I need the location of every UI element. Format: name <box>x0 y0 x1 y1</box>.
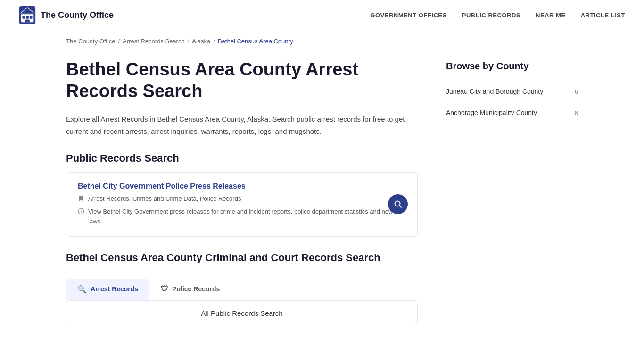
record-desc: View Bethel City Government press releas… <box>78 207 406 227</box>
tab-arrest-records[interactable]: 🔍 Arrest Records <box>66 279 149 300</box>
breadcrumb-alaska[interactable]: Alaska <box>192 38 210 45</box>
county-name-anchorage[interactable]: Anchorage Municipality County <box>446 109 537 116</box>
county-name-juneau[interactable]: Juneau City and Borough County <box>446 88 543 95</box>
logo-link[interactable]: The County Office <box>19 6 114 25</box>
svg-rect-5 <box>25 19 30 22</box>
svg-rect-4 <box>30 16 33 18</box>
tab-police-records-label: Police Records <box>172 285 220 293</box>
svg-rect-3 <box>26 16 29 18</box>
page-title: Bethel Census Area County Arrest Records… <box>66 59 418 102</box>
list-item[interactable]: Juneau City and Borough County 6 <box>446 81 578 102</box>
logo-icon <box>19 6 36 25</box>
list-item[interactable]: Anchorage Municipality County 6 <box>446 102 578 123</box>
breadcrumb-sep-1: / <box>118 38 120 45</box>
record-desc-text: View Bethel City Government press releas… <box>88 207 406 227</box>
bookmark-icon <box>78 196 84 202</box>
criminal-records-heading: Bethel Census Area County Criminal and C… <box>66 252 418 264</box>
search-icon <box>394 200 402 208</box>
county-count-juneau: 6 <box>575 88 578 95</box>
header: The County Office GOVERNMENT OFFICES PUB… <box>0 0 644 31</box>
breadcrumb-sep-3: / <box>213 38 215 45</box>
logo-text: The County Office <box>41 10 114 20</box>
record-meta-text: Arrest Records, Crimes and Crime Data, P… <box>88 195 241 202</box>
county-list: Juneau City and Borough County 6 Anchora… <box>446 81 578 123</box>
all-public-records-button[interactable]: All Public Records Search <box>66 300 418 326</box>
sidebar: Browse by County Juneau City and Borough… <box>446 51 578 326</box>
breadcrumb-sep-2: / <box>188 38 190 45</box>
breadcrumb: The County Office / Arrest Records Searc… <box>0 31 644 51</box>
county-count-anchorage: 6 <box>575 109 578 116</box>
nav-near-me[interactable]: NEAR ME <box>536 12 566 19</box>
nav-government-offices[interactable]: GOVERNMENT OFFICES <box>370 12 446 19</box>
record-card-title[interactable]: Bethel City Government Police Press Rele… <box>78 182 406 190</box>
main-layout: Bethel Census Area County Arrest Records… <box>0 51 644 326</box>
tab-police-records[interactable]: 🛡 Police Records <box>149 279 231 300</box>
sidebar-title: Browse by County <box>446 61 578 72</box>
svg-rect-2 <box>23 16 25 18</box>
public-records-heading: Public Records Search <box>66 152 418 165</box>
main-content: Bethel Census Area County Arrest Records… <box>66 51 418 326</box>
police-records-icon: 🛡 <box>161 285 168 293</box>
tabs-section: 🔍 Arrest Records 🛡 Police Records All Pu… <box>66 279 418 326</box>
search-button[interactable] <box>388 194 408 214</box>
page-description: Explore all Arrest Records in Bethel Cen… <box>66 113 418 137</box>
main-nav: GOVERNMENT OFFICES PUBLIC RECORDS NEAR M… <box>370 12 625 19</box>
breadcrumb-arrest-records-search[interactable]: Arrest Records Search <box>123 38 185 45</box>
record-card: Bethel City Government Police Press Rele… <box>66 172 418 237</box>
tabs-row: 🔍 Arrest Records 🛡 Police Records <box>66 279 418 300</box>
nav-article-list[interactable]: ARTICLE LIST <box>581 12 625 19</box>
arrest-records-icon: 🔍 <box>77 285 87 294</box>
breadcrumb-current: Bethel Census Area County <box>218 38 293 45</box>
info-icon <box>78 208 84 214</box>
record-meta: Arrest Records, Crimes and Crime Data, P… <box>78 195 406 202</box>
breadcrumb-county-office[interactable]: The County Office <box>66 38 116 45</box>
nav-public-records[interactable]: PUBLIC RECORDS <box>462 12 520 19</box>
tab-arrest-records-label: Arrest Records <box>91 285 138 293</box>
svg-point-9 <box>81 210 81 210</box>
